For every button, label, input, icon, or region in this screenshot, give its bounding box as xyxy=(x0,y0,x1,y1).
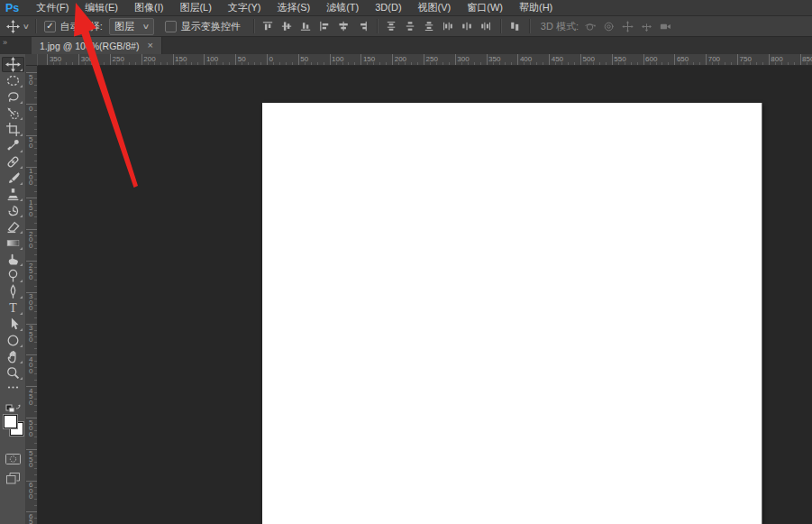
flyout-indicator xyxy=(20,69,23,71)
ruler-tick xyxy=(298,54,299,65)
ruler-tick xyxy=(34,468,37,469)
mode-3d-label: 3D 模式: xyxy=(541,20,579,33)
ruler-tick xyxy=(104,62,105,65)
menu-item-image[interactable]: 图像(I) xyxy=(126,0,171,15)
ruler-tick xyxy=(342,62,343,65)
collapse-panels-icon[interactable]: » xyxy=(3,38,6,47)
align-vertical-centers-icon[interactable] xyxy=(279,19,295,34)
menu-item-edit[interactable]: 编辑(E) xyxy=(77,0,126,15)
ruler-tick xyxy=(324,62,324,65)
menu-item-3d[interactable]: 3D(D) xyxy=(367,0,409,15)
type-tool[interactable]: T xyxy=(2,300,24,316)
ruler-tick xyxy=(160,62,161,65)
foreground-color-swatch[interactable] xyxy=(4,415,17,428)
align-horizontal-centers-icon[interactable] xyxy=(336,19,351,34)
ruler-label: 4 0 0 xyxy=(29,357,32,375)
menu-item-view[interactable]: 视图(V) xyxy=(410,0,460,15)
hand-tool[interactable] xyxy=(2,349,24,364)
menu-item-type[interactable]: 文字(Y) xyxy=(220,0,269,15)
menu-item-filter[interactable]: 滤镜(T) xyxy=(318,0,367,15)
distribute-right-edges-icon[interactable] xyxy=(479,19,494,34)
ruler-tick xyxy=(34,487,37,488)
crop-tool[interactable] xyxy=(2,122,24,137)
auto-select-checkbox[interactable] xyxy=(44,21,56,32)
ruler-tick xyxy=(807,62,807,65)
distribute-bottom-edges-icon[interactable] xyxy=(422,19,437,34)
edit-toolbar-dots-icon[interactable] xyxy=(2,384,24,391)
flyout-indicator xyxy=(20,263,23,266)
chevron-down-icon: ∨ xyxy=(23,23,30,31)
smudge-tool[interactable] xyxy=(2,252,24,267)
marquee-tool[interactable] xyxy=(2,73,24,88)
ruler-tick xyxy=(367,62,368,65)
quick-mask-mode[interactable] xyxy=(2,453,24,465)
vertical-ruler[interactable]: 5 005 01 0 01 5 02 0 02 5 03 0 03 5 04 0… xyxy=(26,66,38,524)
ruler-label: 5 0 xyxy=(29,75,32,87)
canvas-pasteboard[interactable] xyxy=(38,66,812,524)
align-top-edges-icon[interactable] xyxy=(260,19,276,34)
distribute-top-edges-icon[interactable] xyxy=(384,19,399,34)
menu-item-select[interactable]: 选择(S) xyxy=(269,0,319,15)
tools-panel: T xyxy=(0,54,26,524)
move-tool[interactable] xyxy=(2,57,24,72)
close-icon[interactable]: × xyxy=(147,41,152,51)
ruler-tick xyxy=(731,62,732,65)
mode-3d-icons-group xyxy=(582,19,673,34)
path-selection-tool[interactable] xyxy=(2,317,24,332)
menu-item-help[interactable]: 帮助(H) xyxy=(511,0,561,15)
ruler-label: 0 xyxy=(29,106,32,113)
ruler-tick xyxy=(480,62,481,65)
document-canvas[interactable] xyxy=(262,103,762,524)
ruler-label: 5 0 0 xyxy=(29,420,32,438)
show-transform-checkbox[interactable] xyxy=(165,21,177,32)
zoom-tool[interactable] xyxy=(2,365,24,381)
ruler-tick xyxy=(34,405,37,406)
horizontal-ruler[interactable]: 3503002502001501005005010015020025030035… xyxy=(38,54,812,66)
ruler-tick xyxy=(34,216,37,217)
ruler-tick xyxy=(34,518,37,519)
ruler-tick xyxy=(348,62,349,65)
ruler-tick xyxy=(769,54,770,65)
tool-preset-picker[interactable]: ∨ xyxy=(5,19,29,34)
gradient-tool[interactable] xyxy=(2,235,24,251)
menu-item-window[interactable]: 窗口(W) xyxy=(459,0,511,15)
spot-healing-brush-tool[interactable] xyxy=(2,154,24,170)
align-right-edges-icon[interactable] xyxy=(355,19,370,34)
color-swatches[interactable] xyxy=(1,415,25,438)
pen-tool[interactable] xyxy=(2,284,24,299)
shape-tool[interactable] xyxy=(2,333,24,348)
eraser-tool[interactable] xyxy=(2,219,24,234)
ruler-tick xyxy=(34,462,37,463)
align-left-edges-icon[interactable] xyxy=(317,19,333,34)
ruler-tick xyxy=(34,210,37,211)
menu-item-layer[interactable]: 图层(L) xyxy=(171,0,219,15)
distribute-horizontal-centers-icon[interactable] xyxy=(460,19,475,34)
ruler-tick xyxy=(34,443,37,444)
ruler-tick xyxy=(661,62,662,65)
auto-align-layers-icon[interactable] xyxy=(507,19,523,34)
ruler-tick xyxy=(549,54,550,65)
history-brush-tool[interactable] xyxy=(2,203,24,218)
ruler-tick xyxy=(593,62,594,65)
ruler-tick xyxy=(373,62,374,65)
ruler-label: 2 5 0 xyxy=(29,263,32,281)
distribute-vertical-centers-icon[interactable] xyxy=(403,19,418,34)
document-tab[interactable]: 1.jpg @ 100%(RGB/8#) × xyxy=(32,37,162,54)
lasso-tool[interactable] xyxy=(2,89,24,105)
swap-colors-icon[interactable] xyxy=(2,400,24,412)
dodge-tool[interactable] xyxy=(2,268,24,283)
auto-select-target-dropdown[interactable]: 图层 ∨ xyxy=(109,18,154,35)
flyout-indicator xyxy=(20,296,23,299)
ruler-tick xyxy=(254,62,255,65)
align-bottom-edges-icon[interactable] xyxy=(298,19,314,34)
clone-stamp-tool[interactable] xyxy=(2,187,24,202)
flyout-indicator xyxy=(20,377,23,380)
ruler-tick xyxy=(34,85,37,86)
screen-mode[interactable] xyxy=(2,472,24,485)
eyedropper-tool[interactable] xyxy=(2,138,24,153)
menu-item-file[interactable]: 文件(F) xyxy=(28,0,77,15)
ruler-tick xyxy=(656,62,657,65)
brush-tool[interactable] xyxy=(2,170,24,186)
quick-selection-tool[interactable] xyxy=(2,106,24,121)
distribute-left-edges-icon[interactable] xyxy=(441,19,456,34)
